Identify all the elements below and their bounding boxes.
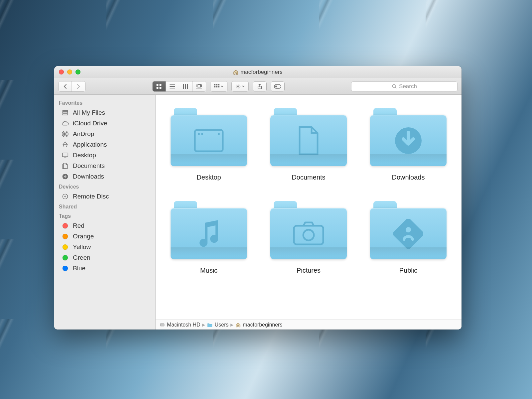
sidebar-item-desktop[interactable]: Desktop (54, 150, 155, 161)
svg-point-20 (237, 86, 239, 87)
tag-dot-icon (62, 265, 69, 272)
sidebar-item-label: Orange (73, 233, 94, 240)
close-button[interactable] (59, 69, 64, 74)
sidebar-item-orange[interactable]: Orange (54, 231, 155, 242)
toolbar: Search (54, 78, 462, 95)
path-segment-macforbeginners[interactable]: macforbeginners (235, 322, 282, 328)
svg-point-43 (303, 230, 314, 240)
finder-window: macforbeginners (54, 66, 462, 330)
folder-documents[interactable]: Documents (270, 108, 347, 181)
folder-label: Public (399, 267, 417, 274)
folder-downloads[interactable]: Downloads (370, 108, 447, 181)
folder-music[interactable]: Music (171, 201, 247, 274)
tag-dot-icon (62, 254, 69, 261)
list-view-button[interactable] (166, 81, 179, 91)
folder-grid: DesktopDocumentsDownloadsMusicPicturesPu… (156, 95, 462, 320)
svg-rect-42 (294, 226, 323, 244)
svg-rect-26 (63, 110, 68, 111)
sidebar-item-green[interactable]: Green (54, 252, 155, 263)
svg-line-25 (395, 87, 396, 88)
downloads-icon (62, 173, 69, 180)
svg-rect-17 (214, 86, 215, 87)
folder-icon (171, 108, 247, 166)
sidebar-item-downloads[interactable]: Downloads (54, 171, 155, 182)
sidebar-item-all-my-files[interactable]: All My Files (54, 107, 155, 118)
share-button[interactable] (253, 81, 267, 91)
sidebar-item-label: Applications (73, 141, 107, 148)
sidebar-item-label: Documents (73, 162, 105, 170)
hdd-icon (160, 322, 165, 328)
folder-label: Downloads (392, 174, 425, 181)
sidebar-item-icloud-drive[interactable]: iCloud Drive (54, 118, 155, 129)
svg-rect-32 (63, 153, 68, 157)
content-area: DesktopDocumentsDownloadsMusicPicturesPu… (156, 95, 462, 330)
folder-icon (270, 201, 347, 259)
folder-label: Pictures (297, 267, 321, 274)
documents-icon (62, 162, 69, 170)
sidebar-item-red[interactable]: Red (54, 220, 155, 231)
applications-icon (62, 141, 69, 148)
sidebar-item-remote-disc[interactable]: Remote Disc (54, 191, 155, 202)
search-placeholder: Search (399, 83, 417, 90)
search-icon (392, 84, 397, 89)
folder-icon (370, 201, 447, 259)
svg-rect-46 (160, 324, 164, 326)
svg-rect-28 (63, 114, 68, 115)
folder-pictures[interactable]: Pictures (270, 201, 347, 274)
back-button[interactable] (59, 81, 72, 91)
sidebar-item-blue[interactable]: Blue (54, 263, 155, 274)
icon-view-button[interactable] (153, 81, 166, 91)
window-title-text: macforbeginners (240, 69, 283, 75)
desktop-icon (62, 152, 69, 159)
sidebar-item-label: All My Files (73, 109, 105, 116)
svg-rect-1 (160, 84, 161, 86)
all-my-files-icon (62, 109, 69, 116)
path-bar: Macintosh HD▶Users▶macforbeginners (156, 320, 462, 330)
svg-point-36 (65, 196, 66, 197)
nav-buttons (58, 81, 85, 92)
arrange-menu[interactable] (210, 81, 227, 92)
svg-point-38 (198, 133, 200, 135)
traffic-lights (59, 69, 80, 74)
sidebar-item-documents[interactable]: Documents (54, 161, 155, 171)
tag-dot-icon (62, 222, 69, 229)
path-label: macforbeginners (243, 322, 282, 328)
search-field[interactable]: Search (351, 81, 458, 91)
zoom-button[interactable] (75, 69, 80, 74)
svg-rect-0 (157, 84, 158, 86)
sidebar-item-label: Blue (73, 265, 85, 272)
path-label: Users (214, 322, 228, 328)
titlebar: macforbeginners (54, 66, 462, 78)
coverflow-view-button[interactable] (193, 81, 206, 91)
icloud-icon (62, 120, 69, 127)
svg-rect-3 (160, 87, 161, 89)
forward-button[interactable] (72, 81, 85, 91)
sidebar-item-label: Yellow (73, 243, 91, 251)
sidebar-item-applications[interactable]: Applications (54, 139, 155, 150)
svg-point-45 (406, 227, 411, 232)
column-view-button[interactable] (179, 81, 193, 91)
path-separator-icon: ▶ (202, 323, 205, 327)
sidebar-heading: Devices (54, 182, 155, 191)
path-segment-users[interactable]: Users (207, 322, 228, 328)
path-segment-macintosh-hd[interactable]: Macintosh HD (160, 322, 200, 328)
edit-tags-button[interactable] (271, 81, 285, 91)
sidebar-heading: Tags (54, 211, 155, 220)
svg-rect-2 (157, 87, 158, 89)
svg-rect-10 (198, 84, 200, 87)
minimize-button[interactable] (67, 69, 72, 74)
svg-point-40 (218, 133, 220, 135)
svg-point-30 (63, 132, 67, 136)
home-icon (235, 322, 241, 328)
folder-desktop[interactable]: Desktop (171, 108, 247, 181)
airdrop-icon (62, 130, 69, 138)
action-menu[interactable] (231, 81, 249, 92)
sidebar-item-label: Downloads (73, 173, 104, 180)
sidebar-item-airdrop[interactable]: AirDrop (54, 129, 155, 139)
svg-rect-15 (216, 84, 217, 85)
tag-dot-icon (62, 243, 69, 251)
folder-public[interactable]: Public (370, 201, 447, 274)
sidebar-item-yellow[interactable]: Yellow (54, 242, 155, 252)
svg-rect-27 (63, 112, 68, 113)
sidebar-item-label: iCloud Drive (73, 120, 107, 127)
